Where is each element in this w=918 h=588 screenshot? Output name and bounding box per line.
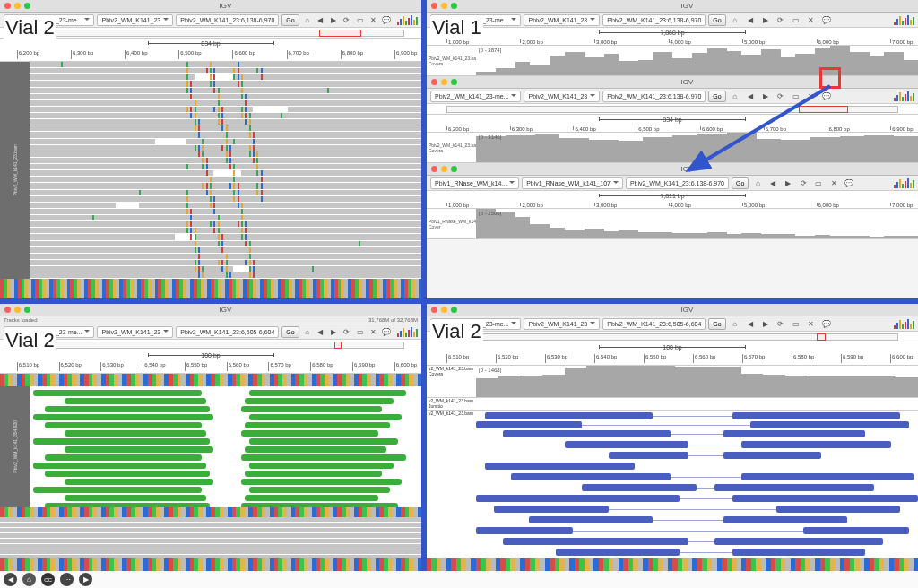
genome-ruler[interactable]: 834 bp6,200 bp6,300 bp6,400 bp6,500 bp6,…	[427, 115, 918, 133]
note-icon[interactable]: 💬	[381, 14, 392, 26]
minimize-icon[interactable]	[14, 3, 21, 9]
genome-ruler[interactable]: 7,868 bp1,000 bp2,000 bp3,000 bp4,000 bp…	[427, 28, 918, 46]
back-icon[interactable]: ◀	[744, 14, 757, 26]
ideogram[interactable]	[0, 28, 421, 39]
ideogram[interactable]	[0, 340, 421, 350]
next-page-icon[interactable]: ▶	[79, 573, 92, 586]
alignment-track-green[interactable]	[30, 386, 421, 507]
note-icon[interactable]: 💬	[381, 326, 392, 338]
refresh-icon[interactable]: ⟳	[342, 14, 352, 26]
chrom-dropdown[interactable]: Pbiv2_WM_K141_23	[524, 91, 600, 102]
locus-input[interactable]: Pbiv2_WM_K141_23:6,505-6,604	[602, 318, 706, 330]
genome-dropdown[interactable]: Pbiv2_WM_k141_23-me...	[430, 91, 521, 102]
coverage-track[interactable]	[476, 366, 918, 397]
scale-label: 100 bp	[663, 344, 681, 350]
locus-input[interactable]: Pbiv2_WM_K141_23:6,505-6,604	[176, 326, 279, 338]
close-panel-icon[interactable]: ✕	[805, 14, 818, 26]
home-icon[interactable]: ⌂	[302, 14, 313, 26]
region-icon[interactable]: ▭	[790, 318, 802, 330]
aln-track-name[interactable]: v2_WM_k141_23.bam	[427, 411, 476, 558]
go-button[interactable]: Go	[708, 318, 725, 330]
close-icon[interactable]	[4, 307, 11, 313]
region-icon[interactable]: ▭	[790, 14, 802, 26]
panel-label: Vial 2	[4, 329, 56, 352]
close-icon[interactable]	[4, 3, 11, 9]
genome-ruler[interactable]: 100 bp 6,510 bp6,520 bp6,530 bp6,540 bp6…	[427, 342, 918, 366]
prev-page-icon[interactable]: ◀	[4, 573, 17, 586]
cc-icon[interactable]: CC	[41, 573, 55, 586]
chrom-dropdown[interactable]: Pbiv2_WM_K141_23	[97, 14, 173, 26]
close-icon[interactable]	[431, 3, 437, 9]
note-icon[interactable]: 💬	[843, 177, 855, 189]
close-panel-icon[interactable]: ✕	[805, 318, 818, 330]
genome-ruler[interactable]: 834 bp 6,200 bp6,300 bp6,400 bp6,500 bp6…	[0, 39, 421, 62]
ideogram[interactable]	[427, 332, 918, 342]
minimize-icon[interactable]	[441, 3, 447, 9]
go-button[interactable]: Go	[281, 326, 299, 338]
zoom-icon[interactable]	[451, 3, 457, 9]
fwd-icon[interactable]: ▶	[328, 326, 339, 338]
coverage-track-name[interactable]: Pbiv1_RNase_WM_k141_107.bam Cover	[427, 209, 476, 238]
home-page-icon[interactable]: ⌂	[22, 573, 36, 586]
home-icon[interactable]: ⌂	[729, 318, 741, 330]
region-icon[interactable]: ▭	[355, 14, 366, 26]
region-icon[interactable]: ▭	[355, 326, 366, 338]
coverage-track-name[interactable]: Pbiv2_WM_k141_23.bam Covera	[427, 133, 476, 162]
track-name[interactable]: Pbiv2_WM_k141_354,920	[0, 386, 30, 507]
status-left: Tracks loaded	[4, 317, 37, 323]
go-button[interactable]: Go	[281, 14, 299, 26]
chrom-dropdown[interactable]: Pbiv2_WM_K141_23	[524, 14, 600, 26]
locus-input[interactable]: Pbiv2_WM_K141_23:6,138-6,970	[176, 14, 279, 26]
locus-input[interactable]: Pbiv2_WM_K141_23:6,138-6,970	[602, 14, 706, 26]
zoom-icon[interactable]	[24, 3, 30, 9]
more-icon[interactable]: ⋯	[60, 573, 74, 586]
coverage-track[interactable]	[476, 209, 918, 238]
chrom-dropdown[interactable]: Pbiv2_WM_K141_23	[97, 326, 173, 338]
alignment-track[interactable]	[30, 62, 421, 279]
home-icon[interactable]: ⌂	[302, 326, 313, 338]
ideogram-viewbox[interactable]	[817, 333, 826, 341]
go-button[interactable]: Go	[708, 14, 725, 26]
alignment-track-blue[interactable]	[476, 411, 918, 558]
minimize-icon[interactable]	[14, 307, 21, 313]
note-icon[interactable]: 💬	[820, 318, 833, 330]
coverage-track[interactable]	[476, 46, 918, 75]
back-icon[interactable]: ◀	[315, 14, 325, 26]
genome-ruler[interactable]: 100 bp 6,510 bp6,520 bp6,530 bp6,540 bp6…	[0, 350, 421, 374]
zoom-icon[interactable]	[24, 307, 30, 313]
coverage-range: [0 - 2506]	[479, 211, 501, 216]
coverage-track-name[interactable]: Pbiv2_WM_k141_23.bam Covera	[427, 46, 476, 75]
track-name[interactable]: Pbiv2_WM_k141_23.bam	[0, 62, 30, 279]
genome-dropdown[interactable]: Pbiv1_RNase_WM_k14...	[430, 177, 519, 189]
coverage-track-name[interactable]: v2_WM_k141_23.bam Covera	[427, 366, 476, 397]
genome-ruler[interactable]: 7,811 bp1,000 bp2,000 bp3,000 bp4,000 bp…	[427, 191, 918, 209]
close-panel-icon[interactable]: ✕	[368, 326, 379, 338]
fwd-icon[interactable]: ▶	[328, 14, 339, 26]
minimize-icon[interactable]	[441, 79, 447, 85]
refresh-icon[interactable]: ⟳	[775, 318, 787, 330]
back-icon[interactable]: ◀	[315, 326, 325, 338]
close-icon[interactable]	[431, 307, 437, 313]
fwd-icon[interactable]: ▶	[759, 14, 772, 26]
junction-track[interactable]	[476, 398, 918, 410]
note-icon[interactable]: 💬	[820, 14, 833, 26]
junction-track-name[interactable]: v2_WM_k141_23.bam Junctio	[427, 398, 476, 410]
refresh-icon[interactable]: ⟳	[342, 326, 352, 338]
home-icon[interactable]: ⌂	[729, 14, 741, 26]
zoom-icon[interactable]	[451, 79, 457, 85]
ideogram-viewbox[interactable]	[334, 342, 342, 349]
zoom-icon[interactable]	[451, 166, 457, 172]
ideogram[interactable]	[427, 104, 918, 115]
fwd-icon[interactable]: ▶	[759, 318, 772, 330]
close-icon[interactable]	[431, 79, 437, 85]
chrom-dropdown[interactable]: Pbiv2_WM_K141_23	[524, 318, 600, 330]
minimize-icon[interactable]	[441, 166, 447, 172]
close-panel-icon[interactable]: ✕	[368, 14, 379, 26]
chrom-dropdown[interactable]: Pbiv1_RNase_WM_k141_107	[522, 177, 623, 189]
minimize-icon[interactable]	[441, 307, 447, 313]
close-icon[interactable]	[431, 166, 437, 172]
zoom-icon[interactable]	[451, 307, 457, 313]
ideogram-viewbox[interactable]	[319, 30, 361, 37]
back-icon[interactable]: ◀	[744, 318, 757, 330]
refresh-icon[interactable]: ⟳	[775, 14, 787, 26]
